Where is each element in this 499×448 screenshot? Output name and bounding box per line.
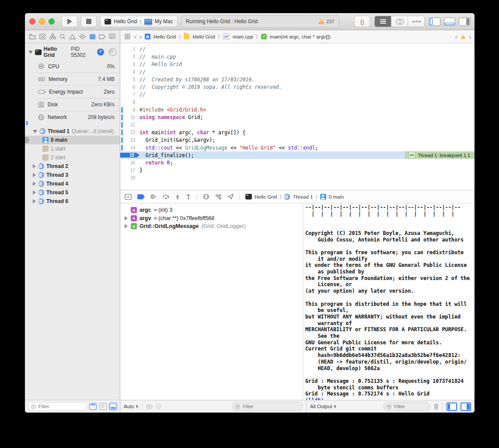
line-number-gutter[interactable]: 13	[120, 138, 140, 143]
code-line[interactable]: 8	[120, 98, 475, 106]
console-filter-input[interactable]	[393, 403, 427, 410]
line-number-gutter[interactable]: 8	[120, 100, 140, 105]
variables-scope-selector[interactable]: Auto ▲▼	[124, 404, 139, 409]
quicklook-eye-icon[interactable]	[146, 404, 153, 409]
source-editor[interactable]: 1//2// main.cpp3// Hello Grid4//5// Crea…	[120, 43, 475, 190]
assistant-editor-button[interactable]	[391, 16, 408, 27]
line-number-gutter[interactable]: 11	[120, 122, 140, 127]
line-number-gutter[interactable]: 7	[120, 92, 140, 97]
navigator-filter-input[interactable]	[38, 403, 84, 410]
toggle-console-button[interactable]	[461, 402, 471, 411]
debug-crumb-thread[interactable]: Thread 1	[293, 194, 313, 200]
debug-view-hierarchy-button[interactable]	[203, 194, 209, 200]
jumpbar-crumb-file[interactable]: main.cpp	[233, 34, 253, 39]
info-icon[interactable]: ⓘ	[156, 403, 161, 410]
issue-warning-icon[interactable]	[461, 35, 465, 39]
related-items-icon[interactable]	[124, 33, 131, 40]
breakpoint-navigator-icon[interactable]	[98, 33, 106, 40]
variable-row[interactable]: Aargc = (int) 3	[124, 206, 303, 214]
code-line[interactable]: 3// Hello Grid	[120, 61, 475, 68]
minimize-window-button[interactable]	[39, 18, 45, 24]
breakpoint-annotation[interactable]: Thread 1: breakpoint 1.1	[405, 151, 475, 159]
issue-navigator-icon[interactable]	[69, 33, 76, 40]
variables-filter-field[interactable]	[232, 402, 303, 411]
variables-view[interactable]: Aargc = (int) 3Aargv = (char **) 0x7ffee…	[120, 203, 303, 400]
console-filter-field[interactable]	[384, 402, 430, 411]
toggle-debug-area-button[interactable]	[444, 18, 455, 26]
run-button[interactable]	[62, 16, 77, 27]
gauge-row-network[interactable]: Network208 bytes/s	[25, 111, 120, 123]
line-number-gutter[interactable]: 6	[120, 85, 140, 90]
debug-crumb-frame[interactable]: 0 main	[329, 194, 344, 200]
debug-navigator-icon[interactable]	[89, 33, 96, 40]
line-number-gutter[interactable]: 1	[120, 47, 140, 52]
line-number-gutter[interactable]: 15	[120, 153, 140, 158]
go-forward-button[interactable]: ›	[140, 33, 142, 40]
library-button[interactable]: {}	[354, 16, 370, 27]
debug-crumb-process[interactable]: Hello Grid	[255, 194, 277, 200]
show-crashed-threads-button[interactable]	[99, 403, 107, 410]
show-current-block-button[interactable]	[89, 403, 97, 410]
process-row[interactable]: Hello Grid PID 55302	[25, 43, 120, 60]
find-navigator-icon[interactable]	[59, 33, 66, 40]
code-line[interactable]: 14 std::cout << GridLogMessage << "Hello…	[120, 144, 475, 151]
thread-row[interactable]: Thread 6	[25, 197, 120, 206]
variable-row[interactable]: Aargv = (char **) 0x7ffeefbff568	[124, 214, 303, 223]
code-line[interactable]: 12int main(int argc, char * argv[]) {	[120, 129, 475, 136]
disclosure-triangle-icon[interactable]	[124, 224, 128, 228]
jumpbar-crumb-project[interactable]: Hello Grid	[154, 34, 176, 39]
hide-debug-area-button[interactable]	[125, 194, 132, 200]
code-line[interactable]: 11	[120, 121, 475, 129]
disclosure-triangle-icon[interactable]	[33, 199, 36, 203]
view-mode-button[interactable]	[109, 403, 117, 410]
gauge-row-cpu[interactable]: CPU0%	[25, 60, 120, 73]
code-line[interactable]: 2// main.cpp	[120, 53, 475, 60]
previous-issue-button[interactable]: ‹	[455, 33, 457, 40]
disclosure-triangle-icon[interactable]	[33, 130, 37, 133]
disclosure-triangle-icon[interactable]	[33, 182, 36, 186]
project-navigator-icon[interactable]	[29, 33, 36, 40]
symbol-navigator-icon[interactable]	[49, 33, 56, 40]
code-line-breakpoint[interactable]: 15 Grid_finalize();Thread 1: breakpoint …	[120, 151, 475, 159]
gauge-row-disk[interactable]: DiskZero KB/s	[25, 98, 120, 111]
code-line[interactable]: 7//	[120, 91, 475, 98]
disclosure-triangle-icon[interactable]	[33, 164, 36, 168]
code-line[interactable]: 18	[120, 174, 475, 182]
standard-editor-button[interactable]	[375, 16, 391, 27]
stack-frame-row[interactable]: 0 main	[25, 136, 120, 144]
code-line[interactable]: 5// Created by s1786208 on 17/03/2019.	[120, 76, 475, 83]
code-line[interactable]: 17}	[120, 167, 475, 174]
breakpoints-toggle-button[interactable]	[137, 194, 145, 200]
disclosure-triangle-icon[interactable]	[28, 51, 33, 54]
line-number-gutter[interactable]: 17	[120, 168, 140, 173]
line-number-gutter[interactable]: 9	[120, 108, 140, 112]
line-number-gutter[interactable]: 5	[120, 77, 140, 82]
variable-row[interactable]: VGrid::GridLogMessage (Grid::GridLogger)	[124, 222, 303, 231]
console-output-selector[interactable]: All Output ▲▼	[310, 404, 336, 409]
jumpbar-crumb-symbol[interactable]: main(int argc, char * argv[])	[270, 34, 331, 39]
code-line[interactable]: 13 Grid_init(&argc,&argv);	[120, 136, 475, 144]
navigator-filter-field[interactable]	[28, 402, 87, 411]
gauge-row-energy[interactable]: Energy ImpactZero	[25, 85, 120, 98]
line-number-gutter[interactable]: 2	[120, 54, 140, 59]
line-number-gutter[interactable]: 14	[120, 145, 140, 150]
toggle-navigator-button[interactable]	[429, 18, 440, 26]
code-line[interactable]: 6// Copyright © 2019 sopa. All rights re…	[120, 83, 475, 91]
thread-row[interactable]: Thread 4	[25, 179, 120, 188]
line-number-gutter[interactable]: 16	[120, 161, 140, 165]
code-line[interactable]: 10using namespace Grid;	[120, 114, 475, 121]
next-issue-button[interactable]: ›	[469, 33, 471, 40]
toggle-inspector-button[interactable]	[459, 18, 470, 26]
line-number-gutter[interactable]: 10	[120, 115, 140, 120]
report-navigator-icon[interactable]	[108, 33, 116, 40]
thread-row[interactable]: Thread 1Queue:...d (serial)	[25, 127, 120, 136]
threads-view-button[interactable]	[109, 48, 116, 56]
code-line[interactable]: 16 return 0;	[120, 159, 475, 166]
disclosure-triangle-icon[interactable]	[33, 190, 36, 195]
step-over-button[interactable]	[162, 194, 169, 200]
warning-count-badge[interactable]: 237	[318, 19, 334, 24]
continue-button[interactable]	[150, 194, 157, 200]
line-number-gutter[interactable]: 3	[120, 62, 140, 67]
variables-filter-input[interactable]	[242, 403, 300, 410]
source-control-navigator-icon[interactable]	[39, 33, 46, 40]
